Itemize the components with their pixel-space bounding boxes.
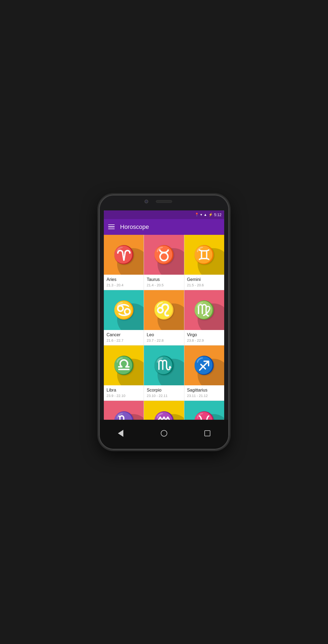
sign-symbol-aquaris: ♒ [153, 412, 175, 420]
home-icon [161, 430, 167, 437]
sign-name-libra: Libra [107, 387, 141, 393]
app-bar: Horoscope [104, 219, 224, 235]
sign-info-scorpio: Scorpio23.10 - 22.11 [144, 385, 184, 401]
sign-icon-box-pisces: ♓ [184, 401, 224, 420]
sign-name-leo: Leo [147, 332, 181, 338]
sign-info-virgo: Virgo23.8 - 22.9 [184, 330, 224, 345]
menu-button[interactable] [108, 225, 115, 229]
sign-name-taurus: Taurus [147, 277, 181, 283]
sign-info-gemini: Gemini21.5 - 20.6 [184, 275, 224, 290]
sign-dates-virgo: 23.8 - 22.9 [187, 338, 221, 342]
home-button[interactable] [159, 428, 169, 439]
status-bar: 📍 ▾ ▲ ⚡ 5:12 [104, 210, 224, 219]
sign-symbol-taurus: ♉ [153, 246, 175, 263]
sign-info-sagittarius: Sagittarius23.11 - 21.12 [184, 385, 224, 401]
sign-symbol-scorpio: ♏ [153, 357, 175, 374]
sign-symbol-aries: ♈ [113, 246, 135, 263]
sign-dates-sagittarius: 23.11 - 21.12 [187, 394, 221, 398]
sign-card-aquaris[interactable]: ♒Aquaris20.1 - 19.2 [144, 401, 184, 420]
back-icon [118, 430, 123, 437]
sign-dates-scorpio: 23.10 - 22.11 [147, 394, 181, 398]
sign-dates-leo: 23.7 - 22.8 [147, 338, 181, 342]
wifi-icon: ▾ [200, 213, 202, 217]
sign-dates-aries: 21.3 - 20.4 [107, 283, 141, 287]
sign-card-taurus[interactable]: ♉Taurus21.4 - 20.5 [144, 235, 184, 290]
sign-icon-box-aquaris: ♒ [144, 401, 184, 420]
sign-card-scorpio[interactable]: ♏Scorpio23.10 - 22.11 [144, 345, 184, 401]
hamburger-line-1 [108, 225, 115, 225]
sign-symbol-pisces: ♓ [193, 412, 215, 420]
recents-button[interactable] [202, 428, 213, 439]
sign-dates-taurus: 21.4 - 20.5 [147, 283, 181, 287]
sign-card-libra[interactable]: ♎Libra23.9 - 22.10 [104, 345, 144, 401]
front-camera [144, 200, 148, 203]
sign-name-sagittarius: Sagittarius [187, 387, 221, 393]
location-icon: 📍 [195, 213, 199, 217]
sign-card-capricon[interactable]: ♑Capricon22.12 - 19.1 [104, 401, 144, 420]
status-time: 5:12 [214, 213, 221, 217]
bottom-nav [99, 420, 229, 450]
sign-info-cancer: Cancer21.6 - 22.7 [104, 330, 144, 345]
sign-symbol-sagittarius: ♐ [193, 357, 215, 374]
sign-symbol-leo: ♌ [153, 301, 175, 319]
sign-icon-box-libra: ♎ [104, 345, 144, 385]
sign-icon-box-aries: ♈ [104, 235, 144, 275]
back-button[interactable] [115, 428, 126, 439]
sign-dates-gemini: 21.5 - 20.6 [187, 283, 221, 287]
sign-icon-box-sagittarius: ♐ [184, 345, 224, 385]
sign-icon-box-cancer: ♋ [104, 290, 144, 330]
sign-symbol-gemini: ♊ [193, 246, 215, 263]
battery-icon: ⚡ [208, 213, 213, 217]
sign-card-cancer[interactable]: ♋Cancer21.6 - 22.7 [104, 290, 144, 345]
sign-symbol-libra: ♎ [113, 357, 135, 374]
sign-icon-box-taurus: ♉ [144, 235, 184, 275]
sign-name-aries: Aries [107, 277, 141, 283]
sign-icon-box-capricon: ♑ [104, 401, 144, 420]
camera-speaker-area [99, 200, 229, 203]
phone-shell: 📍 ▾ ▲ ⚡ 5:12 Horoscope ♈Aries21.3 - 20.4… [99, 195, 229, 450]
status-icons: 📍 ▾ ▲ ⚡ 5:12 [195, 213, 221, 217]
hamburger-line-2 [108, 226, 115, 227]
sign-icon-box-scorpio: ♏ [144, 345, 184, 385]
sign-info-leo: Leo23.7 - 22.8 [144, 330, 184, 345]
sign-info-taurus: Taurus21.4 - 20.5 [144, 275, 184, 290]
phone-screen: 📍 ▾ ▲ ⚡ 5:12 Horoscope ♈Aries21.3 - 20.4… [104, 210, 224, 420]
earpiece-speaker [156, 200, 172, 203]
sign-info-libra: Libra23.9 - 22.10 [104, 385, 144, 401]
sign-name-scorpio: Scorpio [147, 387, 181, 393]
sign-card-virgo[interactable]: ♍Virgo23.8 - 22.9 [184, 290, 224, 345]
sign-dates-cancer: 21.6 - 22.7 [107, 338, 141, 342]
sign-info-aries: Aries21.3 - 20.4 [104, 275, 144, 290]
hamburger-line-3 [108, 229, 115, 229]
sign-symbol-cancer: ♋ [113, 301, 135, 319]
recents-icon [204, 430, 210, 436]
sign-name-gemini: Gemini [187, 277, 221, 283]
sign-symbol-capricon: ♑ [113, 412, 135, 420]
sign-card-sagittarius[interactable]: ♐Sagittarius23.11 - 21.12 [184, 345, 224, 401]
sign-icon-box-leo: ♌ [144, 290, 184, 330]
sign-card-gemini[interactable]: ♊Gemini21.5 - 20.6 [184, 235, 224, 290]
sign-symbol-virgo: ♍ [193, 301, 215, 319]
sign-name-virgo: Virgo [187, 332, 221, 338]
horoscope-grid: ♈Aries21.3 - 20.4♉Taurus21.4 - 20.5♊Gemi… [104, 235, 224, 420]
sign-dates-libra: 23.9 - 22.10 [107, 394, 141, 398]
sign-name-cancer: Cancer [107, 332, 141, 338]
sign-card-leo[interactable]: ♌Leo23.7 - 22.8 [144, 290, 184, 345]
sign-icon-box-virgo: ♍ [184, 290, 224, 330]
signal-icon: ▲ [204, 213, 207, 217]
app-title: Horoscope [120, 223, 149, 230]
sign-icon-box-gemini: ♊ [184, 235, 224, 275]
sign-card-pisces[interactable]: ♓Pisces20.2 - 20.3 [184, 401, 224, 420]
sign-card-aries[interactable]: ♈Aries21.3 - 20.4 [104, 235, 144, 290]
